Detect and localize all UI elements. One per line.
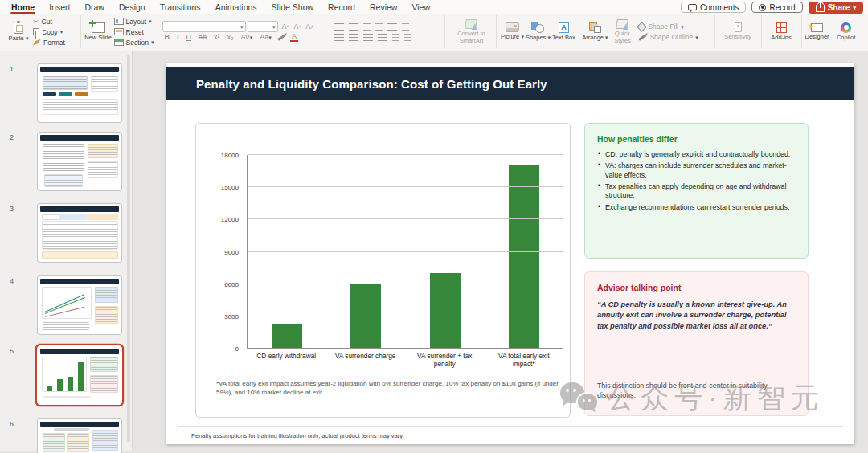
slide-number: 3 — [10, 205, 21, 213]
penalties-differ-box[interactable]: How penalties differ CD: penalty is gene… — [584, 123, 809, 259]
shapes-button[interactable]: Shapes ▾ — [525, 15, 551, 48]
tab-view[interactable]: View — [405, 2, 436, 14]
slide-thumbnail-4[interactable] — [37, 275, 122, 335]
tab-home[interactable]: Home — [5, 2, 41, 14]
share-button[interactable]: Share ▾ — [809, 2, 863, 14]
bar-chart[interactable]: 0300060009000120001500018000 CD early wi… — [195, 123, 571, 418]
shapes-icon — [531, 22, 544, 33]
layout-button[interactable]: Layout ▾ — [113, 17, 156, 27]
tab-transitions[interactable]: Transitions — [154, 2, 207, 14]
copy-button[interactable]: Copy ▾ — [31, 27, 67, 37]
smartart-icon — [465, 19, 478, 29]
slide-thumbnail-5-selected[interactable] — [37, 345, 122, 405]
y-tick-label: 6000 — [224, 280, 239, 288]
add-ins-button[interactable]: Add-ins — [764, 15, 799, 48]
tab-record[interactable]: Record — [321, 2, 362, 14]
new-slide-icon — [92, 22, 105, 33]
text-box-button[interactable]: A Text Box — [551, 15, 576, 48]
subscript-button[interactable]: x₂ — [225, 33, 235, 41]
quick-styles-icon — [616, 19, 629, 29]
thumbnail-scrollbar[interactable] — [127, 55, 130, 442]
advisor-note: This distinction should be front-and-cen… — [597, 382, 796, 401]
increase-indent-icon[interactable] — [375, 23, 383, 31]
y-tick-label: 18000 — [221, 152, 239, 159]
cut-button[interactable]: ✂Cut — [31, 17, 67, 27]
convert-to-smartart-button[interactable]: Convert to SmartArt — [448, 15, 494, 48]
slide-number: 2 — [10, 133, 21, 141]
align-left-icon[interactable] — [334, 34, 344, 41]
slide-thumbnail-2[interactable] — [37, 132, 122, 191]
align-right-icon[interactable] — [363, 34, 373, 41]
designer-button[interactable]: Designer — [805, 15, 830, 48]
decrease-indent-icon[interactable] — [363, 23, 371, 31]
format-painter-icon — [33, 39, 41, 46]
x-category-label: VA surrender charge — [326, 352, 406, 369]
clear-formatting-button[interactable]: A𝓅 — [304, 22, 315, 31]
copilot-button[interactable]: Copilot — [833, 15, 859, 48]
strikethrough-button[interactable]: ab — [197, 33, 208, 41]
scissors-icon: ✂ — [33, 18, 39, 26]
chevron-down-icon: ▾ — [853, 5, 856, 10]
slide-thumbnail-3[interactable] — [37, 203, 122, 263]
slide-footer-disclaimer: Penalty assumptions for training illustr… — [191, 432, 404, 439]
slide-thumbnail-1[interactable] — [37, 63, 122, 123]
y-tick-label: 15000 — [221, 184, 239, 191]
list-item: Tax penalties can apply depending on age… — [597, 182, 796, 201]
tab-insert[interactable]: Insert — [43, 2, 76, 14]
x-axis-labels: CD early withdrawalVA surrender chargeVA… — [247, 352, 563, 369]
numbered-list-icon[interactable] — [349, 23, 358, 31]
align-text-vertical-icon[interactable] — [404, 34, 411, 41]
columns-icon[interactable] — [402, 23, 409, 31]
slide-thumbnail-panel: 1 2 3 4 — [0, 51, 133, 451]
font-color-button[interactable]: A — [290, 32, 298, 42]
new-slide-button[interactable]: New Slide — [84, 15, 112, 48]
increase-font-button[interactable]: A˄ — [280, 22, 290, 31]
slide-title-bar[interactable]: Penalty and Liquidity Comparison: Cost o… — [166, 67, 854, 100]
comments-button[interactable]: Comments — [681, 2, 746, 13]
bullet-list-icon[interactable] — [334, 23, 344, 31]
text-highlight-icon[interactable] — [277, 34, 286, 41]
character-spacing-button[interactable]: AV▾ — [239, 33, 254, 41]
font-name-select[interactable]: ▾ — [162, 21, 246, 32]
line-spacing-icon[interactable] — [387, 23, 397, 31]
footer-divider — [178, 426, 843, 427]
underline-button[interactable]: U — [184, 33, 193, 41]
shape-outline-button[interactable]: Shape Outline ▾ — [637, 32, 699, 42]
align-center-icon[interactable] — [349, 34, 358, 41]
change-case-button[interactable]: Aa▾ — [258, 33, 273, 41]
bar-3 — [430, 273, 461, 349]
font-size-select[interactable]: ▾ — [248, 21, 278, 32]
slide-number: 1 — [10, 65, 21, 73]
tab-review[interactable]: Review — [363, 2, 403, 14]
shape-fill-button[interactable]: Shape Fill ▾ — [637, 22, 699, 31]
italic-button[interactable]: I — [175, 33, 181, 41]
section-button[interactable]: Section ▾ — [113, 38, 156, 47]
x-axis-baseline — [248, 348, 563, 349]
tab-design[interactable]: Design — [113, 2, 152, 14]
picture-button[interactable]: Picture ▾ — [499, 15, 525, 48]
reset-button[interactable]: Reset — [113, 27, 156, 37]
bold-button[interactable]: B — [162, 33, 171, 41]
layout-icon — [114, 18, 124, 25]
tab-draw[interactable]: Draw — [78, 2, 111, 14]
shape-outline-icon — [639, 34, 648, 41]
x-category-label: CD early withdrawal — [247, 352, 326, 369]
quick-styles-button[interactable]: Quick Styles — [609, 15, 635, 48]
decrease-font-button[interactable]: A˅ — [292, 22, 302, 31]
slide-thumbnail-6[interactable] — [37, 418, 122, 453]
tab-animations[interactable]: Animations — [209, 2, 264, 14]
record-button[interactable]: Record — [751, 2, 802, 13]
text-direction-icon[interactable] — [392, 34, 399, 41]
advisor-talking-point-box[interactable]: Advisor talking point “A CD penalty is u… — [584, 271, 809, 416]
arrange-button[interactable]: Arrange ▾ — [582, 15, 608, 48]
paste-button[interactable]: Paste ▾ — [6, 15, 31, 48]
y-axis-labels: 0300060009000120001500018000 — [196, 155, 243, 349]
tab-slide-show[interactable]: Slide Show — [265, 2, 321, 14]
ribbon-tab-row: HomeInsertDrawDesignTransitionsAnimation… — [0, 0, 868, 14]
justify-icon[interactable] — [378, 34, 387, 41]
superscript-button[interactable]: x² — [212, 33, 222, 41]
slide-5-editing-surface[interactable]: Penalty and Liquidity Comparison: Cost o… — [166, 63, 854, 444]
gridline — [248, 186, 563, 187]
slide-number: 4 — [10, 277, 21, 285]
sensitivity-button[interactable]: Sensitivity — [718, 15, 759, 48]
